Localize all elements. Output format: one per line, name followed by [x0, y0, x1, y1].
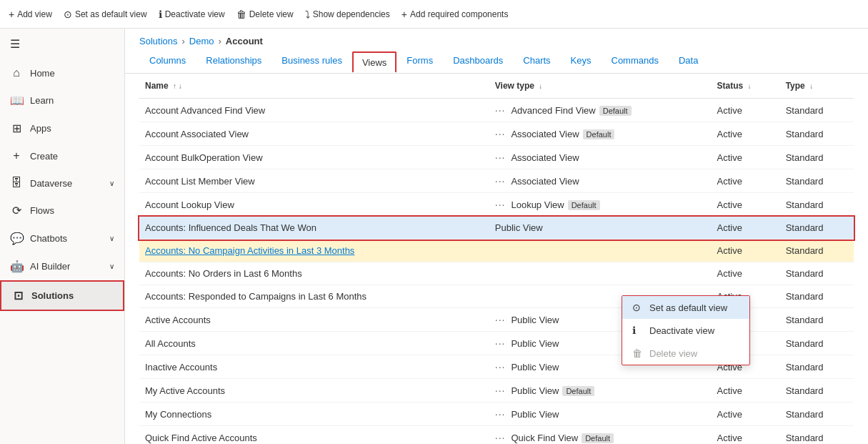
sidebar: ☰ ⌂ Home 📖 Learn ⊞ Apps + Create 🗄 Datav… [0, 29, 125, 444]
cm-deactivate-label: Deactivate view [649, 325, 714, 336]
toolbar-delete[interactable]: 🗑 Delete view [236, 9, 294, 20]
cm-set-default[interactable]: ⊙ Set as default view [622, 296, 749, 319]
sidebar-item-chatbots[interactable]: 💬 Chatbots ∨ [0, 225, 124, 252]
dots-menu-button[interactable]: ··· [495, 128, 506, 139]
dots-menu-button[interactable]: ··· [495, 152, 506, 163]
row-name-cell: Accounts: Responded to Campaigns in Last… [139, 285, 489, 308]
content-area: Solutions › Demo › Account Columns Relat… [125, 29, 868, 444]
tab-keys[interactable]: Keys [561, 49, 602, 73]
dots-menu-button[interactable]: ··· [495, 337, 506, 349]
col-type[interactable]: Type ↓ [780, 74, 854, 99]
cm-delete: 🗑 Delete view [622, 342, 749, 365]
row-type-cell: Standard [780, 379, 854, 403]
breadcrumb-demo[interactable]: Demo [189, 36, 214, 46]
learn-icon: 📖 [10, 94, 23, 107]
sidebar-item-flows[interactable]: ⟳ Flows [0, 197, 124, 225]
row-viewtype-cell: ···Public ViewDefault [489, 379, 712, 403]
solutions-icon: ⊡ [11, 289, 24, 302]
sidebar-item-solutions[interactable]: ⊡ Solutions [0, 280, 124, 311]
toolbar-add-view[interactable]: + Add view [9, 9, 52, 20]
breadcrumb-account: Account [226, 36, 263, 46]
chevron-down-icon-2: ∨ [109, 235, 114, 242]
tab-views[interactable]: Views [352, 51, 396, 72]
cm-deactivate[interactable]: ℹ Deactivate view [622, 319, 749, 342]
row-name-link[interactable]: Accounts: No Campaign Activities in Last… [145, 245, 354, 256]
tab-data[interactable]: Data [669, 49, 708, 73]
tab-dashboards[interactable]: Dashboards [443, 49, 513, 73]
set-default-label: Set as default view [75, 9, 147, 19]
toolbar-deactivate[interactable]: ℹ Deactivate view [159, 9, 225, 20]
dots-menu-button[interactable]: ··· [495, 432, 506, 443]
table-row[interactable]: Accounts: No Campaign Activities in Last… [139, 240, 854, 262]
sidebar-flows-label: Flows [30, 205, 54, 216]
sidebar-item-create[interactable]: + Create [0, 142, 124, 169]
col-viewtype[interactable]: View type ↓ [489, 74, 712, 99]
table-row[interactable]: Accounts: Influenced Deals That We WonPu… [139, 217, 854, 240]
tab-forms[interactable]: Forms [396, 49, 443, 73]
row-name-cell: Active Accounts [139, 308, 489, 332]
tab-charts[interactable]: Charts [513, 49, 560, 73]
sidebar-item-dataverse[interactable]: 🗄 Dataverse ∨ [0, 169, 124, 197]
toolbar-add-required[interactable]: + Add required components [401, 9, 509, 20]
breadcrumb: Solutions › Demo › Account [125, 29, 868, 49]
table-row[interactable]: My Connections···Public ViewActiveStanda… [139, 403, 854, 426]
flows-icon: ⟳ [10, 204, 23, 217]
table-row[interactable]: Account Associated View···Associated Vie… [139, 122, 854, 146]
cm-set-default-label: Set as default view [649, 302, 727, 313]
sidebar-item-ai-builder[interactable]: 🤖 AI Builder ∨ [0, 252, 124, 280]
row-type-cell: Standard [780, 146, 854, 169]
row-status-cell: Active [711, 122, 779, 146]
row-viewtype-cell: ···Lookup ViewDefault [489, 193, 712, 217]
dots-menu-button[interactable]: ··· [495, 175, 506, 187]
table-row[interactable]: Account List Member View···Associated Vi… [139, 169, 854, 193]
row-viewtype-cell: Public View [489, 217, 712, 240]
row-name-cell: All Accounts [139, 332, 489, 355]
col-status[interactable]: Status ↓ [711, 74, 779, 99]
row-type-cell: Standard [780, 426, 854, 445]
context-menu: ⊙ Set as default view ℹ Deactivate view … [622, 295, 750, 365]
dots-menu-button[interactable]: ··· [495, 104, 506, 116]
breadcrumb-solutions[interactable]: Solutions [139, 36, 177, 46]
tab-business-rules[interactable]: Business rules [271, 49, 352, 73]
table-row[interactable]: My Active Accounts···Public ViewDefaultA… [139, 379, 854, 403]
row-status-cell: Active [711, 262, 779, 285]
row-type-cell: Standard [780, 262, 854, 285]
sidebar-item-home[interactable]: ⌂ Home [0, 59, 124, 87]
sidebar-item-learn[interactable]: 📖 Learn [0, 87, 124, 114]
tab-commands[interactable]: Commands [602, 49, 669, 73]
tab-columns[interactable]: Columns [139, 49, 196, 73]
tab-relationships[interactable]: Relationships [196, 49, 271, 73]
col-name[interactable]: Name ↑ ↓ [139, 74, 489, 99]
dots-menu-button[interactable]: ··· [495, 408, 506, 420]
col-type-label: Type [786, 81, 805, 91]
table-row[interactable]: Quick Find Active Accounts···Quick Find … [139, 426, 854, 445]
set-default-icon: ⊙ [64, 9, 72, 20]
dataverse-icon: 🗄 [10, 177, 23, 189]
row-status-cell: Active [711, 426, 779, 445]
sort-icon-name: ↑ ↓ [173, 82, 182, 90]
hamburger-button[interactable]: ☰ [0, 29, 124, 59]
plus-icon: + [9, 9, 14, 20]
dots-menu-button[interactable]: ··· [495, 361, 506, 373]
sort-icon-status: ↓ [748, 82, 752, 90]
row-name-cell: Inactive Accounts [139, 355, 489, 379]
sidebar-ai-builder-label: AI Builder [30, 261, 70, 272]
col-status-label: Status [717, 81, 743, 91]
table-row[interactable]: Account Lookup View···Lookup ViewDefault… [139, 193, 854, 217]
chatbots-icon: 💬 [10, 232, 23, 245]
sidebar-apps-label: Apps [30, 123, 51, 134]
row-name-cell: Accounts: No Campaign Activities in Last… [139, 240, 489, 262]
main-layout: ☰ ⌂ Home 📖 Learn ⊞ Apps + Create 🗄 Datav… [0, 29, 868, 444]
dots-menu-button[interactable]: ··· [495, 385, 506, 396]
dots-menu-button[interactable]: ··· [495, 314, 506, 325]
toolbar-show-deps[interactable]: ⤵ Show dependencies [305, 9, 390, 20]
table-row[interactable]: Accounts: No Orders in Last 6 MonthsActi… [139, 262, 854, 285]
default-badge: Default [562, 386, 594, 396]
table-area: Name ↑ ↓ View type ↓ Status ↓ Type [125, 74, 868, 444]
table-row[interactable]: Account Advanced Find View···Advanced Fi… [139, 99, 854, 122]
sidebar-solutions-label: Solutions [31, 290, 74, 301]
dots-menu-button[interactable]: ··· [495, 199, 506, 210]
toolbar-set-default[interactable]: ⊙ Set as default view [64, 9, 147, 20]
sidebar-item-apps[interactable]: ⊞ Apps [0, 114, 124, 142]
table-row[interactable]: Account BulkOperation View···Associated … [139, 146, 854, 169]
